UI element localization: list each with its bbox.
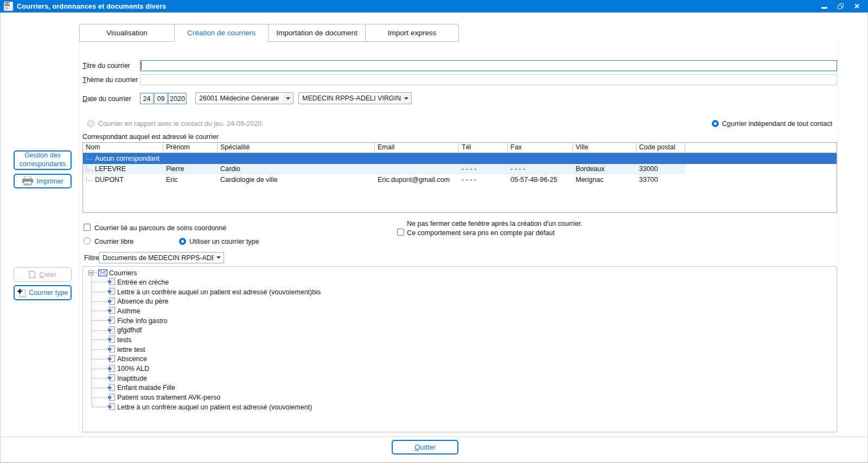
tree-connector: [92, 397, 107, 398]
tree-connector: [92, 369, 107, 369]
envelope-icon: [98, 269, 107, 276]
dropdown-arrow-icon: [401, 93, 411, 104]
collapse-icon[interactable]: [88, 270, 93, 275]
tree-item[interactable]: Lettre à un confrère auquel un patient e…: [83, 287, 837, 297]
column-header-ville[interactable]: Ville: [573, 143, 636, 153]
tree-connector: [92, 378, 107, 378]
tree-connector: [92, 292, 107, 292]
column-header-nom[interactable]: Nom: [83, 143, 163, 153]
date-day-input[interactable]: [140, 93, 154, 104]
gestion-correspondants-button[interactable]: Gestion des correspondants: [14, 150, 72, 170]
theme-input[interactable]: [140, 74, 837, 85]
tree-line: [86, 155, 93, 160]
table-cell: Bordeaux: [573, 165, 636, 173]
title-bar: CLM Courriers, ordonnances et documents …: [0, 0, 868, 12]
tree-item-label: Entrée en crèche: [117, 279, 169, 286]
tree-connector: [92, 301, 107, 302]
tab-importation-de-document[interactable]: Importation de document: [268, 24, 366, 42]
tree-item[interactable]: Asthme: [83, 306, 837, 316]
tree-item[interactable]: tests: [83, 335, 837, 345]
column-header-email[interactable]: Email: [375, 143, 459, 153]
column-header-code-postal[interactable]: Code postal: [636, 143, 685, 153]
document-icon: [107, 326, 115, 335]
document-icon: [107, 298, 115, 306]
imprimer-button[interactable]: Imprimer: [14, 174, 72, 188]
tree-item[interactable]: Abscence: [83, 355, 837, 364]
close-icon: ✕: [854, 3, 860, 10]
tree-item[interactable]: Lettre à un confrère auquel un patient e…: [83, 402, 837, 412]
tree-connector: [92, 349, 107, 350]
tree-item[interactable]: lettre test: [83, 345, 837, 355]
keep-open-checkbox-label: Ce comportement sera pris en compte par …: [407, 229, 554, 237]
courrier-type-radio-label: Utiliser un courrier type: [189, 238, 259, 245]
tab-visualisation[interactable]: Visualisation: [79, 24, 175, 42]
courrier-type-button[interactable]: Courrier type: [14, 285, 72, 300]
filter-dropdown[interactable]: Documents de MEDECIN RPPS-ADELI VIR: [99, 252, 224, 263]
tree-connector: [93, 273, 98, 273]
tree-item[interactable]: Fiche info gastro: [83, 316, 837, 326]
creer-button[interactable]: Créer: [14, 267, 72, 282]
quitter-button[interactable]: Quitter: [392, 440, 458, 455]
date-month-input[interactable]: [154, 93, 168, 104]
tree-connector: [92, 311, 107, 311]
tree-item-label: Inaptitude: [117, 375, 147, 382]
independent-contact-label: Courrier indépendant de tout contact: [722, 120, 832, 128]
minimize-icon: [821, 7, 827, 9]
table-cell: 05-57-48-96-25: [508, 176, 573, 184]
courrier-libre-radio[interactable]: [84, 237, 91, 244]
table-row[interactable]: Aucun correspondant: [83, 153, 837, 164]
tree-item-label: Lettre à un confrère auquel un patient e…: [117, 288, 321, 296]
table-cell: Merignac: [573, 176, 636, 184]
tree-root[interactable]: Courriers: [88, 268, 137, 277]
date-year-input[interactable]: [168, 93, 187, 104]
parcours-checkbox-label: Courrier lié au parcours de soins coordo…: [94, 224, 226, 232]
tab-creation-de-courriers[interactable]: Création de courriers: [174, 24, 269, 42]
tree-item[interactable]: Enfant malade Fille: [83, 383, 837, 393]
titre-input[interactable]: [140, 60, 837, 71]
table-row[interactable]: LEFEVREPierreCardio- - - -- - - -Bordeau…: [83, 164, 837, 175]
document-icon: [107, 355, 115, 363]
tree-item[interactable]: Absence du père: [83, 296, 837, 306]
tree-item[interactable]: gfgdfhdf: [83, 325, 837, 335]
tree-item-label: Asthme: [117, 307, 140, 315]
tree-item-label: Absence du père: [117, 298, 169, 305]
tab-bar: VisualisationCréation de courriersImport…: [79, 24, 459, 42]
document-icon: [107, 336, 115, 344]
keep-open-checkbox[interactable]: [397, 229, 404, 236]
independent-contact-radio[interactable]: [712, 120, 719, 127]
tab-import-express[interactable]: Import express: [365, 24, 459, 42]
column-header-specialite[interactable]: Spécialité: [218, 143, 375, 153]
close-button[interactable]: ✕: [853, 3, 860, 10]
courrier-type-radio[interactable]: [179, 238, 186, 245]
restore-button[interactable]: [837, 3, 844, 10]
column-header-tel[interactable]: Tél: [459, 143, 508, 153]
linked-contact-radio[interactable]: [87, 120, 94, 127]
table-cell: DUPONT: [83, 176, 163, 184]
tree-item[interactable]: Inaptitude: [83, 374, 837, 383]
table-cell: Pierre: [163, 165, 218, 173]
correspondents-section-label: Correspondant auquel est adressé le cour…: [82, 133, 219, 141]
tree-item-label: Fiche info gastro: [117, 317, 167, 325]
document-icon: [107, 365, 115, 373]
app-icon-text: CLM: [4, 2, 10, 6]
footer-divider: [0, 437, 868, 437]
parcours-checkbox[interactable]: [84, 224, 91, 231]
tree-connector: [92, 339, 107, 340]
tree-item-label: gfgdfhdf: [117, 326, 142, 334]
tree-item-label: lettre test: [117, 346, 145, 354]
page-plus-icon: [17, 288, 26, 298]
tree-item[interactable]: Entrée en crèche: [83, 277, 837, 287]
column-header-fax[interactable]: Fax: [508, 143, 573, 153]
table-cell: - - - -: [508, 165, 573, 173]
doctor-dropdown[interactable]: MEDECIN RPPS-ADELI VIRGINIE: [298, 92, 412, 104]
column-header-prenom[interactable]: Prénom: [163, 143, 218, 153]
tree-item[interactable]: Patient sous traitement AVK-perso: [83, 393, 837, 402]
specialty-dropdown[interactable]: 26001 Médecine Générale: [195, 92, 293, 104]
table-row[interactable]: DUPONTEricCardiologie de villeEric.dupon…: [83, 174, 837, 185]
document-icon: [107, 394, 115, 402]
tree-connector: [92, 282, 107, 282]
filter-label: Filtre: [84, 254, 99, 262]
table-cell: Cardio: [218, 165, 375, 173]
minimize-button[interactable]: [821, 3, 828, 10]
tree-item[interactable]: 100% ALD: [83, 364, 837, 374]
